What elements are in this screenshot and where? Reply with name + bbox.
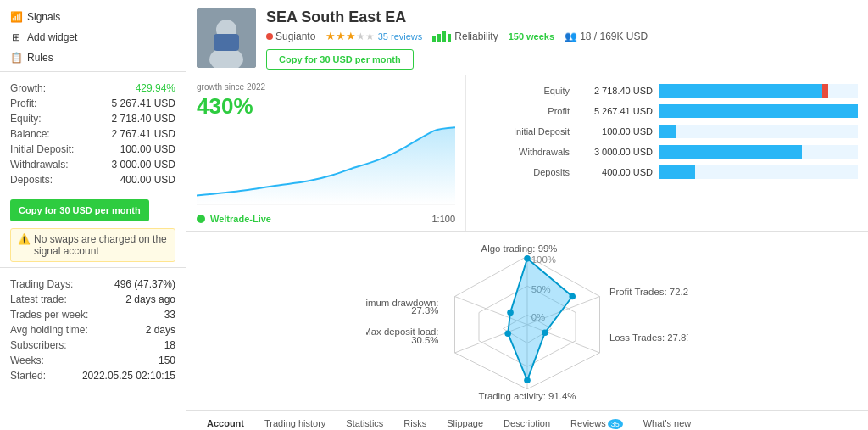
weeks-row: Weeks: 150 — [10, 353, 175, 368]
sidebar-item-rules[interactable]: 📋 Rules — [0, 47, 186, 68]
bar-row-3: Withdrawals3 000.00 USD — [476, 145, 858, 159]
bar-value-3: 3 000.00 USD — [576, 147, 653, 157]
svg-text:100%: 100% — [531, 254, 556, 265]
author-name: Sugianto — [275, 31, 315, 42]
reliability-bars — [432, 31, 451, 42]
radar-area: 100% 50% 0% — [186, 232, 868, 410]
trading-stats: Trading Days: 496 (47.37%) Latest trade:… — [0, 271, 186, 388]
bar-fill-0 — [659, 84, 828, 98]
bar-fill-2 — [659, 125, 676, 138]
bar-label-3: Withdrawals — [476, 147, 570, 157]
author-info: Sugianto — [266, 31, 315, 42]
bar-track-3 — [659, 145, 858, 159]
warning-box: ⚠️ No swaps are charged on the signal ac… — [10, 228, 175, 262]
latest-trade-row: Latest trade: 2 days ago — [10, 292, 175, 307]
ea-info: SEA South East EA Sugianto ★★★★★ 35 revi… — [266, 8, 858, 70]
bar-fill-4 — [659, 165, 695, 179]
tab-statistics[interactable]: Statistics — [336, 411, 393, 430]
tabs-bar: AccountTrading historyStatisticsRisksSli… — [186, 410, 868, 430]
chart-left: growth since 2022 430% Weltrade-Live 1:1… — [186, 75, 466, 231]
bar-value-0: 2 718.40 USD — [576, 86, 653, 96]
tab-slippage[interactable]: Slippage — [437, 411, 493, 430]
stat-equity: Equity: 2 718.40 USD — [10, 111, 175, 126]
bar-row-1: Profit5 267.41 USD — [476, 104, 858, 118]
bar-label-2: Initial Deposit — [476, 126, 570, 137]
tab-badge-6: 35 — [608, 419, 623, 429]
warning-icon: ⚠️ — [18, 233, 31, 245]
trades-per-week-row: Trades per week: 33 — [10, 307, 175, 322]
tab-account[interactable]: Account — [197, 411, 254, 430]
stat-initial-deposit: Initial Deposit: 100.00 USD — [10, 142, 175, 157]
growth-chart — [197, 123, 455, 208]
svg-text:Profit Trades: 72.2%: Profit Trades: 72.2% — [609, 287, 688, 297]
reviews-link[interactable]: 35 reviews — [378, 31, 423, 42]
signal-icon: 📶 — [10, 11, 22, 23]
tab-what's-new[interactable]: What's new — [633, 411, 702, 430]
broker-name: Weltrade-Live — [210, 214, 271, 224]
tab-reviews[interactable]: Reviews35 — [560, 411, 633, 430]
bar-label-0: Equity — [476, 86, 570, 96]
broker-dot — [197, 215, 205, 223]
sidebar-stats: Growth: 429.94% Profit: 5 267.41 USD Equ… — [0, 75, 186, 193]
svg-point-20 — [507, 310, 514, 316]
sidebar-rules-label: Rules — [27, 52, 53, 64]
tab-risks[interactable]: Risks — [393, 411, 437, 430]
bar-row-4: Deposits400.00 USD — [476, 165, 858, 179]
bar-value-2: 100.00 USD — [576, 126, 653, 137]
svg-text:Loss Trades: 27.8%: Loss Trades: 27.8% — [609, 332, 688, 343]
stat-deposits: Deposits: 400.00 USD — [10, 172, 175, 187]
leverage: 1:100 — [431, 214, 455, 224]
stars: ★★★★★ 35 reviews — [326, 30, 422, 42]
users-info: 👥 18 / 169K USD — [565, 31, 648, 42]
sidebar-item-add-widget[interactable]: ⊞ Add widget — [0, 27, 186, 47]
bar-row-0: Equity2 718.40 USD — [476, 84, 858, 98]
avatar — [197, 8, 256, 68]
widget-icon: ⊞ — [10, 31, 22, 43]
ea-meta: Sugianto ★★★★★ 35 reviews Reliability 15… — [266, 30, 858, 42]
bar-track-1 — [659, 104, 858, 118]
bar-fill-1 — [659, 104, 858, 118]
tab-description[interactable]: Description — [493, 411, 560, 430]
growth-since-label: growth since 2022 — [197, 82, 455, 92]
sidebar-signals-label: Signals — [27, 11, 60, 23]
svg-point-15 — [524, 255, 531, 262]
avg-holding-row: Avg holding time: 2 days — [10, 322, 175, 338]
tab-trading-history[interactable]: Trading history — [254, 411, 336, 430]
bar-row-2: Initial Deposit100.00 USD — [476, 125, 858, 138]
svg-marker-14 — [508, 259, 572, 380]
sidebar-item-signals[interactable]: 📶 Signals — [0, 7, 186, 27]
svg-text:30.5%: 30.5% — [411, 335, 438, 345]
bar-fill-red-0 — [822, 84, 828, 98]
sidebar: 📶 Signals ⊞ Add widget 📋 Rules Growth: 4… — [0, 0, 186, 430]
sidebar-copy-button[interactable]: Copy for 30 USD per month — [10, 199, 149, 221]
svg-text:27.3%: 27.3% — [411, 305, 438, 316]
growth-value: 430% — [197, 93, 455, 120]
stat-balance: Balance: 2 767.41 USD — [10, 126, 175, 142]
started-row: Started: 2022.05.25 02:10:15 — [10, 368, 175, 383]
stat-withdrawals: Withdrawals: 3 000.00 USD — [10, 157, 175, 172]
bottom-section: 100% 50% 0% — [186, 231, 868, 430]
svg-rect-3 — [214, 34, 239, 51]
bar-label-4: Deposits — [476, 167, 570, 177]
weeks-info: 150 weeks — [509, 31, 554, 42]
svg-point-16 — [569, 293, 576, 300]
chart-area: growth since 2022 430% Weltrade-Live 1:1… — [186, 75, 868, 231]
rules-icon: 📋 — [10, 52, 22, 64]
ea-name: SEA South East EA — [266, 8, 858, 26]
bar-track-0 — [659, 84, 858, 98]
svg-text:Algo trading: 99%: Algo trading: 99% — [481, 243, 558, 254]
ea-header: SEA South East EA Sugianto ★★★★★ 35 revi… — [186, 0, 868, 75]
svg-point-18 — [524, 377, 531, 384]
bar-label-1: Profit — [476, 106, 570, 116]
header-copy-button[interactable]: Copy for 30 USD per month — [266, 49, 414, 70]
sidebar-widget-label: Add widget — [27, 31, 77, 43]
trading-days-row: Trading Days: 496 (47.37%) — [10, 276, 175, 292]
bar-value-4: 400.00 USD — [576, 167, 653, 177]
author-dot — [266, 33, 273, 40]
radar-chart: 100% 50% 0% — [366, 240, 688, 401]
svg-point-19 — [504, 330, 511, 337]
svg-point-17 — [542, 329, 548, 336]
sidebar-divider-2 — [0, 267, 186, 268]
stat-profit: Profit: 5 267.41 USD — [10, 96, 175, 111]
svg-text:Trading activity: 91.4%: Trading activity: 91.4% — [479, 391, 576, 401]
